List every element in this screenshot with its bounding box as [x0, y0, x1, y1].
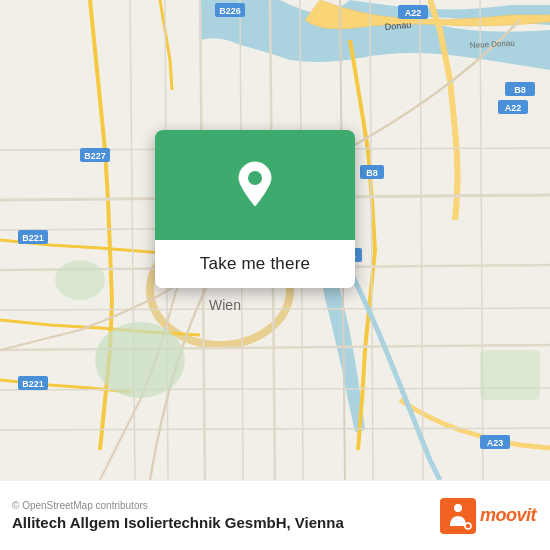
- svg-point-49: [465, 523, 471, 529]
- svg-text:B221: B221: [22, 233, 44, 243]
- svg-text:B227: B227: [84, 151, 106, 161]
- location-pin-icon: [233, 160, 277, 210]
- location-popup[interactable]: Take me there: [155, 130, 355, 288]
- bottom-info: © OpenStreetMap contributors Allitech Al…: [12, 500, 440, 531]
- svg-text:B8: B8: [514, 85, 526, 95]
- popup-map-preview: [155, 130, 355, 240]
- svg-text:A23: A23: [487, 438, 504, 448]
- bottom-bar: © OpenStreetMap contributors Allitech Al…: [0, 480, 550, 550]
- svg-text:A22: A22: [505, 103, 522, 113]
- moovit-logo: moovit: [440, 498, 536, 534]
- svg-point-48: [454, 504, 462, 512]
- take-me-there-button[interactable]: Take me there: [155, 240, 355, 288]
- svg-text:B8: B8: [366, 168, 378, 178]
- svg-rect-22: [480, 350, 540, 400]
- svg-text:Wien: Wien: [209, 297, 241, 313]
- svg-text:B226: B226: [219, 6, 241, 16]
- moovit-brand-text: moovit: [480, 505, 536, 526]
- moovit-icon: [440, 498, 476, 534]
- map-container: A22 B226 B8 B8 B227 B221 B221 A22 Neue D…: [0, 0, 550, 480]
- location-name: Allitech Allgem Isoliertechnik GesmbH, V…: [12, 514, 440, 531]
- svg-point-21: [55, 260, 105, 300]
- svg-text:B221: B221: [22, 379, 44, 389]
- map-attribution: © OpenStreetMap contributors: [12, 500, 440, 511]
- svg-point-46: [248, 171, 262, 185]
- svg-text:A22: A22: [405, 8, 422, 18]
- svg-point-20: [95, 322, 185, 398]
